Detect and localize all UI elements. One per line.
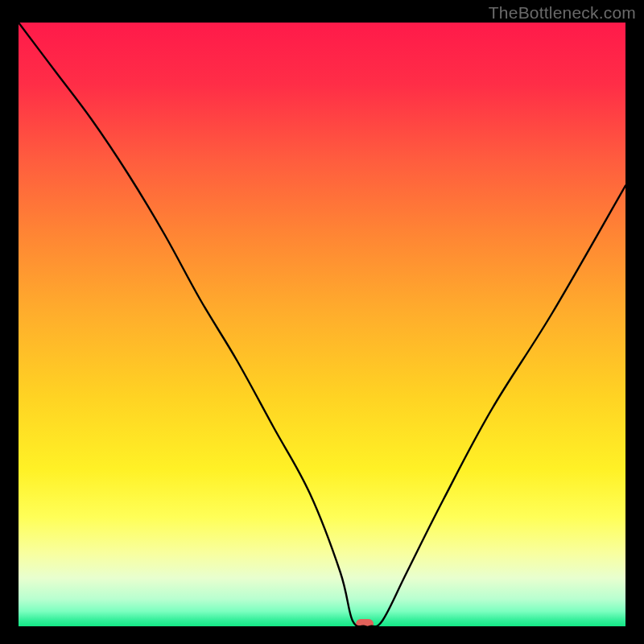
watermark-label: TheBottleneck.com	[489, 3, 636, 23]
chart-frame: TheBottleneck.com	[0, 0, 644, 644]
bottleneck-curve	[19, 23, 625, 626]
plot-area	[19, 23, 625, 626]
